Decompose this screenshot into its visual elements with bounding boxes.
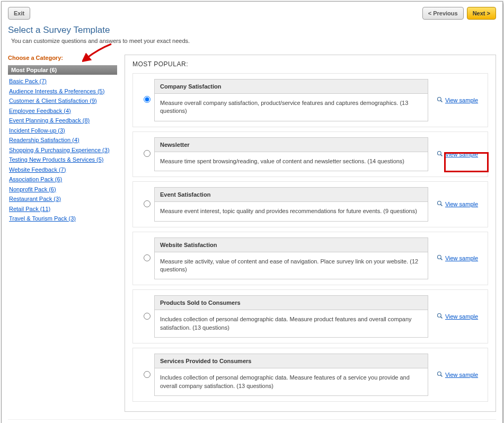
- category-link[interactable]: Incident Follow-up (3): [8, 126, 117, 136]
- template-radio[interactable]: [144, 96, 151, 103]
- magnify-icon: [437, 96, 443, 104]
- template-radio[interactable]: [144, 371, 151, 378]
- template-description: Measure time spent browsing/reading, val…: [155, 152, 428, 171]
- svg-point-10: [437, 372, 441, 376]
- view-sample-link[interactable]: View sample: [437, 313, 478, 320]
- template-title: Company Satisfaction: [155, 80, 428, 94]
- previous-button[interactable]: < Previous: [422, 7, 464, 20]
- svg-point-4: [437, 201, 441, 205]
- template-radio[interactable]: [144, 150, 151, 157]
- page-subtitle: You can customize questions and answers …: [8, 38, 496, 44]
- category-link[interactable]: Basic Pack (7): [8, 76, 117, 86]
- top-toolbar: Exit < Previous Next >: [8, 7, 496, 20]
- svg-line-7: [440, 259, 442, 260]
- view-sample-link[interactable]: View sample: [437, 96, 478, 104]
- template-row: Event SatisfactionMeasure event interest…: [132, 181, 488, 227]
- next-button[interactable]: Next >: [467, 7, 496, 20]
- template-title: Products Sold to Consumers: [155, 296, 428, 310]
- view-sample-link[interactable]: View sample: [437, 200, 478, 208]
- magnify-icon: [437, 371, 443, 378]
- magnify-icon: [437, 313, 443, 320]
- template-radio[interactable]: [144, 254, 151, 261]
- template-row: Website SatisfactionMeasure site activit…: [132, 232, 488, 286]
- template-description: Includes collection of personal demograp…: [155, 310, 428, 337]
- svg-point-2: [437, 151, 441, 155]
- template-description: Measure site activity, value of content …: [155, 252, 428, 279]
- category-link[interactable]: Travel & Tourism Pack (3): [8, 214, 117, 224]
- template-description: Includes collection of personal demograp…: [155, 368, 428, 395]
- category-active[interactable]: Most Popular (6): [8, 65, 117, 75]
- template-description: Measure event interest, topic quality an…: [155, 202, 428, 221]
- svg-line-3: [440, 154, 442, 156]
- svg-point-0: [437, 97, 441, 101]
- choose-category-heading: Choose a Category:: [8, 55, 117, 61]
- svg-line-5: [440, 205, 442, 206]
- category-link[interactable]: Nonprofit Pack (6): [8, 184, 117, 195]
- svg-point-6: [437, 255, 441, 259]
- template-radio[interactable]: [144, 200, 151, 207]
- template-title: Event Satisfaction: [155, 188, 428, 202]
- exit-button[interactable]: Exit: [8, 7, 30, 20]
- template-row: NewsletterMeasure time spent browsing/re…: [132, 131, 488, 177]
- template-row: Products Sold to ConsumersIncludes colle…: [132, 289, 488, 343]
- category-link[interactable]: Retail Pack (11): [8, 204, 117, 214]
- templates-heading: MOST POPULAR:: [132, 60, 488, 68]
- bottom-toolbar: Exit < Previous Next >: [8, 419, 496, 423]
- category-link[interactable]: Website Feedback (7): [8, 165, 117, 175]
- magnify-icon: [437, 254, 443, 262]
- view-sample-link[interactable]: View sample: [437, 371, 478, 378]
- template-radio[interactable]: [144, 313, 151, 320]
- annotation-arrow: [82, 41, 114, 65]
- svg-line-9: [440, 317, 442, 319]
- category-link[interactable]: Readership Satisfaction (4): [8, 135, 117, 145]
- category-link[interactable]: Association Pack (6): [8, 174, 117, 184]
- template-title: Newsletter: [155, 138, 428, 152]
- category-link[interactable]: Employee Feedback (4): [8, 106, 117, 116]
- category-link[interactable]: Audience Interests & Preferences (5): [8, 86, 117, 96]
- template-row: Company SatisfactionMeasure overall comp…: [132, 73, 488, 127]
- svg-line-11: [440, 375, 442, 377]
- svg-line-1: [440, 100, 442, 102]
- category-link[interactable]: Restaurant Pack (3): [8, 194, 117, 204]
- template-title: Services Provided to Consumers: [155, 354, 428, 368]
- category-link[interactable]: Event Planning & Feedback (8): [8, 116, 117, 126]
- magnify-icon: [437, 151, 443, 158]
- template-description: Measure overall company satisfaction, pr…: [155, 94, 428, 121]
- category-link[interactable]: Customer & Client Satisfaction (9): [8, 96, 117, 106]
- template-row: Services Provided to ConsumersIncludes c…: [132, 348, 488, 402]
- svg-point-8: [437, 314, 441, 318]
- category-link[interactable]: Testing New Products & Services (5): [8, 155, 117, 165]
- template-title: Website Satisfaction: [155, 238, 428, 252]
- magnify-icon: [437, 200, 443, 208]
- category-sidebar: Choose a Category: Most Popular (6) Basi…: [8, 55, 125, 412]
- templates-panel: MOST POPULAR: Company SatisfactionMeasur…: [125, 55, 496, 412]
- view-sample-link[interactable]: View sample: [437, 254, 478, 262]
- page-title: Select a Survey Template: [8, 25, 496, 36]
- view-sample-link[interactable]: View sample: [437, 151, 478, 158]
- category-link[interactable]: Shopping & Purchasing Experience (3): [8, 145, 117, 155]
